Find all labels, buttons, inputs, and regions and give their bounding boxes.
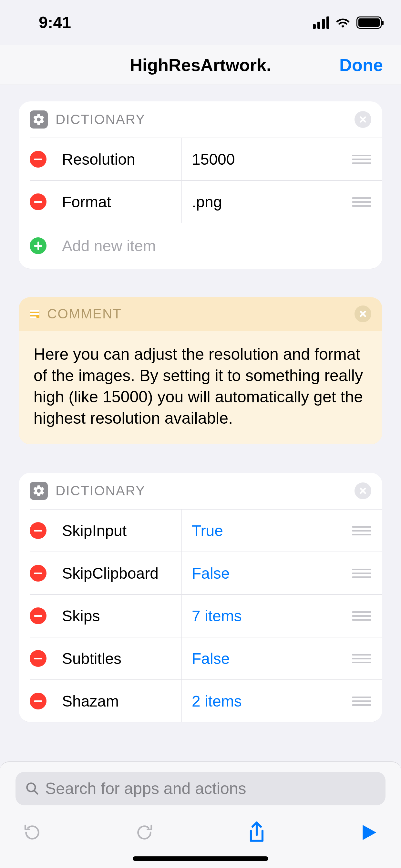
search-placeholder: Search for apps and actions	[45, 779, 246, 798]
dictionary-key[interactable]: Resolution	[62, 151, 181, 168]
dictionary-key[interactable]: SkipInput	[62, 522, 181, 539]
drag-handle-icon[interactable]	[352, 696, 371, 706]
run-button[interactable]	[358, 822, 380, 843]
dictionary-action-2[interactable]: DICTIONARY SkipInput True SkipClipboard …	[19, 473, 382, 722]
dictionary-row[interactable]: Format .png	[30, 180, 382, 223]
remove-row-button[interactable]	[30, 151, 47, 167]
drag-handle-icon[interactable]	[352, 197, 371, 207]
battery-icon	[357, 17, 382, 29]
drag-handle-icon[interactable]	[352, 611, 371, 621]
status-time: 9:41	[39, 13, 71, 32]
dictionary-row[interactable]: SkipClipboard False	[30, 552, 382, 594]
undo-button[interactable]	[21, 822, 43, 843]
gear-icon	[30, 482, 48, 500]
comment-text[interactable]: Here you can adjust the resolution and f…	[19, 331, 382, 444]
dictionary-row[interactable]: Shazam 2 items	[30, 679, 382, 722]
delete-action-button[interactable]	[354, 483, 371, 499]
remove-row-button[interactable]	[30, 193, 47, 210]
drag-handle-icon[interactable]	[352, 569, 371, 578]
status-indicators	[313, 17, 382, 29]
action-title: DICTIONARY	[56, 483, 145, 499]
drag-handle-icon[interactable]	[352, 526, 371, 535]
search-icon	[25, 781, 39, 796]
action-title: DICTIONARY	[56, 112, 145, 127]
cellular-icon	[313, 17, 329, 29]
status-bar: 9:41	[0, 0, 401, 45]
done-button[interactable]: Done	[339, 55, 383, 75]
dictionary-row[interactable]: Resolution 15000	[30, 137, 382, 180]
remove-row-button[interactable]	[30, 608, 47, 624]
drag-handle-icon[interactable]	[352, 654, 371, 663]
dictionary-value[interactable]: 7 items	[192, 607, 344, 625]
svg-line-1	[34, 790, 37, 794]
redo-button[interactable]	[133, 822, 155, 843]
bottom-panel: Search for apps and actions	[0, 762, 401, 868]
dictionary-row[interactable]: Subtitles False	[30, 637, 382, 679]
share-button[interactable]	[246, 822, 268, 843]
add-row[interactable]: Add new item	[19, 223, 382, 269]
workflow-content: DICTIONARY Resolution 15000 Format .png	[0, 85, 401, 851]
comment-action[interactable]: COMMENT Here you can adjust the resoluti…	[19, 297, 382, 444]
bottom-toolbar	[16, 805, 385, 853]
action-header[interactable]: COMMENT	[19, 297, 382, 331]
dictionary-key[interactable]: Subtitles	[62, 650, 181, 668]
dictionary-row[interactable]: Skips 7 items	[30, 594, 382, 637]
delete-action-button[interactable]	[354, 306, 371, 322]
wifi-icon	[335, 17, 351, 28]
drag-handle-icon[interactable]	[352, 155, 371, 164]
remove-row-button[interactable]	[30, 565, 47, 582]
gear-icon	[30, 111, 48, 128]
add-row-button[interactable]	[30, 237, 47, 254]
svg-marker-2	[363, 825, 376, 840]
action-header[interactable]: DICTIONARY	[19, 473, 382, 509]
dictionary-key[interactable]: Skips	[62, 607, 181, 625]
page-title: HighResArtwork.	[130, 55, 271, 75]
remove-row-button[interactable]	[30, 693, 47, 709]
dictionary-value[interactable]: 2 items	[192, 692, 344, 710]
delete-action-button[interactable]	[354, 111, 371, 128]
remove-row-button[interactable]	[30, 522, 47, 539]
dictionary-value[interactable]: False	[192, 564, 344, 582]
home-indicator	[133, 857, 268, 861]
add-row-label: Add new item	[62, 237, 156, 255]
dictionary-value[interactable]: False	[192, 650, 344, 668]
nav-bar: HighResArtwork. Done	[0, 45, 401, 85]
dictionary-value[interactable]: .png	[192, 193, 344, 211]
dictionary-key[interactable]: SkipClipboard	[62, 564, 181, 582]
dictionary-value[interactable]: True	[192, 522, 344, 539]
dictionary-action-1[interactable]: DICTIONARY Resolution 15000 Format .png	[19, 101, 382, 269]
dictionary-row[interactable]: SkipInput True	[30, 509, 382, 552]
action-header[interactable]: DICTIONARY	[19, 101, 382, 137]
dictionary-key[interactable]: Format	[62, 193, 181, 211]
dictionary-value[interactable]: 15000	[192, 151, 344, 168]
remove-row-button[interactable]	[30, 650, 47, 667]
dictionary-key[interactable]: Shazam	[62, 692, 181, 710]
search-input[interactable]: Search for apps and actions	[16, 772, 385, 805]
comment-icon	[30, 310, 39, 318]
action-title: COMMENT	[47, 306, 122, 321]
